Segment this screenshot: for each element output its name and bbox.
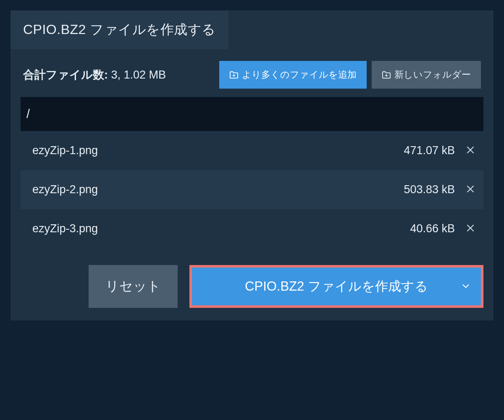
close-icon [465,184,476,196]
file-name: ezyZip-1.png [32,144,404,157]
new-folder-label: 新しいフォルダー [394,68,471,81]
folder-plus-icon [229,71,239,79]
close-icon [465,144,476,157]
tab-title: CPIO.BZ2 ファイルを作成する [10,10,228,49]
remove-file-button[interactable] [463,182,478,197]
new-folder-button[interactable]: 新しいフォルダー [372,61,481,89]
create-highlight: CPIO.BZ2 ファイルを作成する [189,265,483,308]
remove-file-button[interactable] [463,221,478,236]
file-size: 503.83 kB [404,183,455,196]
close-icon [465,223,476,235]
add-files-button[interactable]: より多くのファイルを追加 [219,61,367,89]
file-size: 40.66 kB [410,222,455,235]
file-size: 471.07 kB [404,144,455,157]
caret-down-icon [462,284,469,289]
file-list: / ezyZip-1.png 471.07 kB ezyZip-2.png 50… [10,97,494,252]
file-row: ezyZip-1.png 471.07 kB [21,131,483,170]
bottom-actions: リセット CPIO.BZ2 ファイルを作成する [10,252,494,320]
toolbar-buttons: より多くのファイルを追加 新しいフォルダー [219,61,481,89]
file-row: ezyZip-2.png 503.83 kB [21,170,483,209]
folder-plus-icon [382,71,391,79]
path-row[interactable]: / [21,97,483,131]
main-panel: CPIO.BZ2 ファイルを作成する 合計ファイル数: 3, 1.02 MB よ… [10,10,494,320]
path-text: / [26,107,30,121]
summary-value: 3, 1.02 MB [111,68,166,81]
file-row: ezyZip-3.png 40.66 kB [21,209,483,248]
remove-file-button[interactable] [463,143,478,158]
add-files-label: より多くのファイルを追加 [242,68,357,81]
create-archive-button[interactable]: CPIO.BZ2 ファイルを作成する [192,268,481,305]
create-label: CPIO.BZ2 ファイルを作成する [245,278,428,295]
file-summary: 合計ファイル数: 3, 1.02 MB [23,67,166,82]
toolbar: 合計ファイル数: 3, 1.02 MB より多くのファイルを追加 [10,49,494,97]
file-name: ezyZip-3.png [32,222,410,235]
file-name: ezyZip-2.png [32,183,404,196]
tab-title-text: CPIO.BZ2 ファイルを作成する [23,22,216,37]
reset-button[interactable]: リセット [89,265,178,308]
reset-label: リセット [105,277,161,296]
summary-label: 合計ファイル数: [23,68,108,81]
